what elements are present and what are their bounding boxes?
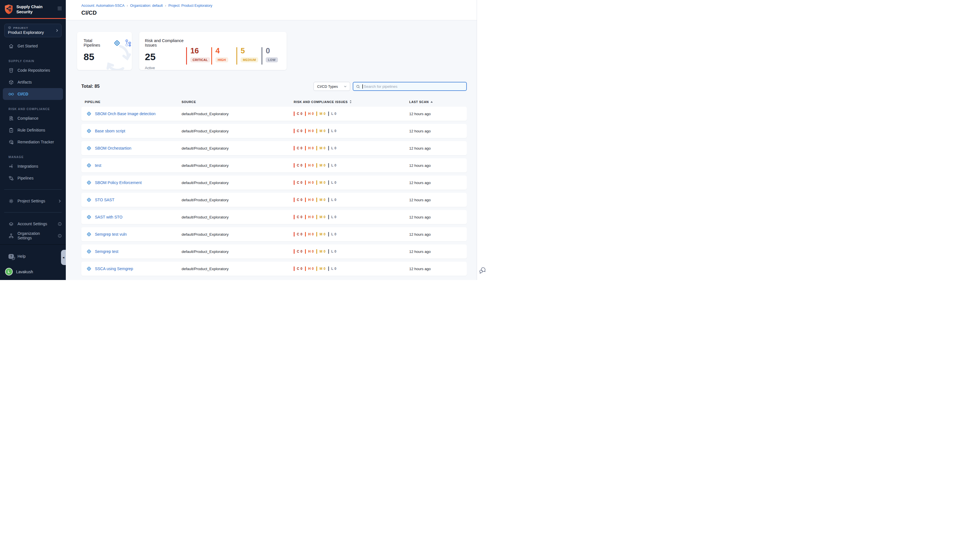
sidebar-item-pipelines[interactable]: Pipelines <box>0 172 66 184</box>
sidebar-collapse-handle[interactable]: ◀ <box>61 250 66 265</box>
supply-chain-security-logo-icon <box>4 4 13 15</box>
sidebar-item-help[interactable]: ? Help <box>0 250 66 262</box>
sidebar-item-account-settings[interactable]: Account Settings <box>0 218 66 230</box>
sidebar-item-get-started[interactable]: Get Started <box>0 40 66 52</box>
severity-chip-c: C 0 <box>294 267 302 271</box>
sidebar-item-compliance[interactable]: Compliance <box>0 112 66 124</box>
chip-bar <box>294 215 295 219</box>
gear-icon <box>8 198 14 204</box>
summary-cards: Total Pipelines 85 <box>77 32 467 70</box>
sidebar-item-artifacts[interactable]: Artifacts <box>0 76 66 88</box>
table-row[interactable]: SBOM Orch Base Image detection default/P… <box>81 107 467 121</box>
sidebar-item-rule-definitions[interactable]: Rule Definitions <box>0 124 66 136</box>
user-menu[interactable]: L Lavakush <box>0 266 66 275</box>
chip-bar <box>305 129 306 133</box>
pipeline-name-link[interactable]: Semgrep test vuln <box>87 232 182 237</box>
sidebar-item-remediation-tracker[interactable]: Remediation Tracker <box>0 136 66 148</box>
active-issues-value: 25 <box>145 52 183 62</box>
sidebar-settings: Project SettingsAccount SettingsOrganiza… <box>0 189 66 242</box>
pipeline-name-link[interactable]: SBOM Orchestartion <box>87 146 182 151</box>
pipeline-name-link[interactable]: SSCA using Semgrep <box>87 266 182 271</box>
severity-bar <box>186 47 187 65</box>
chip-bar <box>294 163 295 168</box>
cicd-types-label: CI/CD Types <box>317 84 338 88</box>
infinity-icon <box>8 92 14 97</box>
table-row[interactable]: SBOM Orchestartion default/Product_Explo… <box>81 141 467 155</box>
pipeline-source: default/Product_Exploratory <box>182 146 294 150</box>
sidebar-item-organization-settings[interactable]: Organization Settings <box>0 230 66 242</box>
chip-bar <box>305 146 306 150</box>
app-switcher-grid-icon[interactable] <box>57 6 62 11</box>
right-rail <box>477 0 488 280</box>
sidebar-divider <box>4 189 62 190</box>
project-label: PROJECT <box>13 26 28 29</box>
pipeline-name-link[interactable]: test <box>87 163 182 168</box>
sidebar-item-project-settings[interactable]: Project Settings <box>0 195 66 207</box>
breadcrumb-link-1[interactable]: Organization: default <box>130 4 163 8</box>
page-title: CI/CD <box>81 10 477 16</box>
pipeline-source: default/Product_Exploratory <box>182 232 294 237</box>
sidebar-nav: Get StartedSUPPLY CHAINCode Repositories… <box>0 40 66 184</box>
project-selector[interactable]: PROJECT Product Exploratory <box>4 24 62 37</box>
breadcrumb-link-0[interactable]: Account: Automation-SSCA <box>81 4 125 8</box>
accent-divider <box>0 18 66 19</box>
chip-bar <box>316 215 317 219</box>
risk-chips: C 0 H 0 M 0 L 0 <box>294 267 409 271</box>
table-row[interactable]: test default/Product_Exploratory C 0 H 0… <box>81 158 467 172</box>
severity-chip-h: H 0 <box>305 163 314 168</box>
risk-compliance-card: Risk and Compliance Issues 25 Active 16 … <box>139 32 287 70</box>
sidebar: Supply Chain Security PROJECT Product Ex… <box>0 0 66 280</box>
breadcrumb-link-2[interactable]: Project: Product Exploratory <box>169 4 212 8</box>
pipeline-name-link[interactable]: SBOM Orch Base Image detection <box>87 111 182 116</box>
pipeline-source: default/Product_Exploratory <box>182 181 294 185</box>
table-row[interactable]: SBOM Policy Enforcement default/Product_… <box>81 175 467 190</box>
table-row[interactable]: Semgrep test vuln default/Product_Explor… <box>81 227 467 241</box>
severity-summary: 16 CRITICAL 4 HIGH 5 MEDIUM 0 LOW <box>186 47 287 70</box>
table-body: SBOM Orch Base Image detection default/P… <box>81 107 467 276</box>
search-icon <box>356 84 360 89</box>
column-header-risk-and-compliance-issues[interactable]: RISK AND COMPLIANCE ISSUES <box>294 100 409 103</box>
sidebar-item-integrations[interactable]: Integrations <box>0 160 66 172</box>
sidebar-section-supply-chain: SUPPLY CHAIN <box>0 59 66 63</box>
chip-bar <box>328 232 329 237</box>
table-row[interactable]: Base sbom script default/Product_Explora… <box>81 124 467 138</box>
last-scan: 12 hours ago <box>409 163 467 168</box>
breadcrumb-separator: › <box>165 4 166 8</box>
pipeline-diamond-icon <box>87 163 92 168</box>
sidebar-item-code-repositories[interactable]: Code Repositories <box>0 64 66 76</box>
sidebar-item-ci-cd[interactable]: CI/CD <box>3 88 63 100</box>
column-header-last-scan[interactable]: LAST SCAN <box>409 100 467 103</box>
table-row[interactable]: SAST with STO default/Product_Explorator… <box>81 210 467 224</box>
sort-both-icon <box>349 100 352 103</box>
risk-chips: C 0 H 0 M 0 L 0 <box>294 215 409 219</box>
cicd-types-dropdown[interactable]: CI/CD Types <box>314 82 350 91</box>
severity-chip-m: M 0 <box>316 215 325 219</box>
pipelines-table: PIPELINESOURCERISK AND COMPLIANCE ISSUES… <box>81 100 467 276</box>
chip-bar <box>328 146 329 150</box>
pipeline-name-link[interactable]: Semgrep test <box>87 249 182 254</box>
risk-chips: C 0 H 0 M 0 L 0 <box>294 198 409 202</box>
pipeline-name-link[interactable]: SBOM Policy Enforcement <box>87 180 182 185</box>
pipeline-name-link[interactable]: STO SAST <box>87 197 182 202</box>
support-chat-bubbles-icon[interactable] <box>479 267 486 274</box>
risk-chips: C 0 H 0 M 0 L 0 <box>294 232 409 237</box>
cube-icon <box>8 80 14 85</box>
table-row[interactable]: STO SAST default/Product_Exploratory C 0… <box>81 193 467 207</box>
chevron-right-icon <box>58 199 62 203</box>
severity-chip-l: L 0 <box>328 232 337 237</box>
table-row[interactable]: Semgrep test default/Product_Exploratory… <box>81 245 467 258</box>
last-scan: 12 hours ago <box>409 181 467 185</box>
table-row[interactable]: SSCA using Semgrep default/Product_Explo… <box>81 262 467 276</box>
severity-bar <box>236 47 237 65</box>
severity-chip-l: L 0 <box>328 180 337 185</box>
chip-bar <box>316 198 317 202</box>
severity-chip-c: C 0 <box>294 146 302 150</box>
pipeline-name-link[interactable]: SAST with STO <box>87 215 182 220</box>
severity-badge: CRITICAL <box>190 57 210 62</box>
sidebar-section-risk-and-compliance: RISK AND COMPLIANCE <box>0 107 66 111</box>
severity-chip-h: H 0 <box>305 180 314 185</box>
severity-chip-h: H 0 <box>305 249 314 254</box>
search-input[interactable] <box>353 82 466 90</box>
pipeline-source: default/Product_Exploratory <box>182 163 294 168</box>
pipeline-name-link[interactable]: Base sbom script <box>87 128 182 133</box>
